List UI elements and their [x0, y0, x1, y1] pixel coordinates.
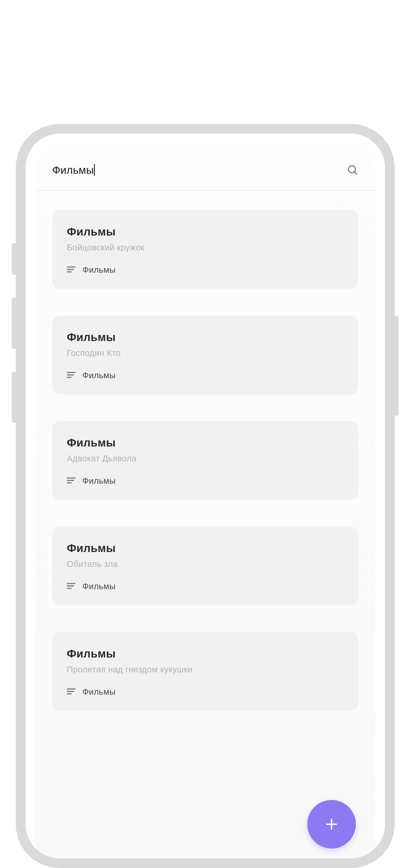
phone-screen: Фильмы Фильмы Бойцовский кружок — [35, 144, 375, 858]
results-list: Фильмы Бойцовский кружок Фильмы Фильмы — [35, 191, 375, 711]
card-tag-label: Фильмы — [82, 265, 115, 275]
card-tag-row: Фильмы — [67, 265, 344, 275]
svg-line-1 — [354, 172, 357, 174]
add-button[interactable] — [307, 800, 356, 848]
svg-rect-13 — [67, 588, 72, 589]
card-subtitle: Господин Кто — [67, 348, 344, 358]
svg-rect-15 — [67, 691, 74, 692]
app-header: Фильмы — [35, 144, 375, 191]
svg-rect-11 — [67, 583, 75, 584]
card-subtitle: Пролетая над гнездом кукушки — [67, 664, 344, 674]
card-tag-label: Фильмы — [82, 476, 115, 486]
card-subtitle: Обитель зла — [67, 559, 344, 569]
svg-rect-8 — [67, 477, 75, 478]
card-title: Фильмы — [67, 331, 344, 344]
result-card[interactable]: Фильмы Господин Кто Фильмы — [52, 315, 358, 394]
svg-rect-7 — [67, 377, 72, 378]
svg-rect-6 — [67, 374, 74, 376]
svg-rect-16 — [67, 693, 72, 694]
card-tag-label: Фильмы — [82, 687, 115, 696]
svg-rect-4 — [67, 271, 72, 273]
card-tag-row: Фильмы — [67, 370, 344, 380]
card-title: Фильмы — [67, 225, 344, 238]
card-tag-row: Фильмы — [67, 582, 344, 591]
result-card[interactable]: Фильмы Пролетая над гнездом кукушки Филь… — [52, 632, 358, 711]
svg-rect-14 — [67, 688, 75, 690]
result-card[interactable]: Фильмы Обитель зла Фильмы — [52, 526, 358, 605]
search-input-text: Фильмы — [52, 164, 94, 176]
phone-side-button-2 — [12, 298, 16, 349]
card-tag-row: Фильмы — [67, 476, 344, 486]
search-icon[interactable] — [347, 164, 358, 177]
list-icon — [67, 582, 75, 590]
phone-side-button-3 — [12, 372, 16, 423]
list-icon — [67, 477, 75, 485]
card-tag-label: Фильмы — [82, 370, 115, 380]
svg-rect-5 — [67, 372, 75, 373]
phone-side-button-right — [394, 316, 399, 416]
card-tag-row: Фильмы — [67, 687, 344, 696]
svg-rect-3 — [67, 269, 74, 270]
list-icon — [67, 266, 75, 274]
text-cursor — [94, 164, 95, 176]
list-icon — [67, 688, 75, 696]
svg-rect-2 — [67, 267, 75, 268]
svg-rect-9 — [67, 480, 74, 481]
svg-rect-10 — [67, 482, 72, 484]
card-subtitle: Бойцовский кружок — [67, 243, 344, 252]
card-title: Фильмы — [67, 541, 344, 555]
card-title: Фильмы — [67, 647, 344, 660]
phone-frame: Фильмы Фильмы Бойцовский кружок — [16, 124, 395, 868]
phone-side-button-1 — [12, 243, 16, 275]
result-card[interactable]: Фильмы Адвокат Дьявола Фильмы — [52, 421, 358, 500]
list-icon — [67, 371, 75, 379]
svg-rect-12 — [67, 585, 74, 587]
card-tag-label: Фильмы — [82, 582, 115, 591]
result-card[interactable]: Фильмы Бойцовский кружок Фильмы — [52, 210, 358, 289]
card-title: Фильмы — [67, 436, 344, 449]
search-input[interactable]: Фильмы — [52, 164, 95, 177]
card-subtitle: Адвокат Дьявола — [67, 454, 344, 463]
